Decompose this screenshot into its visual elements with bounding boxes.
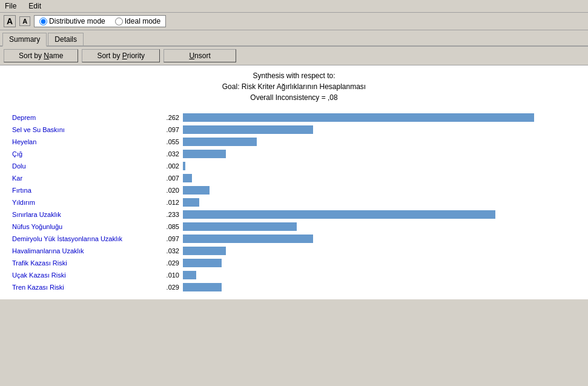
row-bar <box>183 283 222 291</box>
chart-row: Yıldırım.012 <box>12 198 576 207</box>
unsort-label: Unsort <box>189 52 210 60</box>
menu-edit[interactable]: Edit <box>26 1 44 11</box>
row-bar <box>183 210 495 219</box>
sort-by-priority-label: Sort by Priority <box>97 52 145 60</box>
row-bar <box>183 138 257 146</box>
row-bar-container <box>183 235 576 243</box>
tab-details-label: Details <box>55 35 77 44</box>
row-label[interactable]: Uçak Kazası Riski <box>12 271 157 279</box>
row-label[interactable]: Yıldırım <box>12 199 157 206</box>
row-value: .032 <box>157 150 183 158</box>
chart-row: Nüfus Yoğunluğu.085 <box>12 222 576 231</box>
row-value: .085 <box>157 223 183 230</box>
synthesis-line2: Goal: Risk Kriter Ağırlıklarının Hesapla… <box>6 81 582 92</box>
menu-bar: File Edit <box>0 0 588 13</box>
row-bar-container <box>183 259 576 267</box>
ideal-mode-text: Ideal mode <box>125 17 160 25</box>
menu-file[interactable]: File <box>2 1 19 11</box>
tab-summary-label: Summary <box>9 35 40 44</box>
row-bar <box>183 247 226 255</box>
font-increase-button[interactable]: A <box>4 15 16 27</box>
row-bar-container <box>183 162 576 170</box>
row-value: .029 <box>157 259 183 267</box>
row-value: .032 <box>157 247 183 255</box>
row-bar-container <box>183 113 576 122</box>
distributive-mode-label[interactable]: Distributive mode <box>39 17 105 25</box>
row-bar-container <box>183 283 576 291</box>
row-label[interactable]: Çığ <box>12 150 157 158</box>
row-value: .233 <box>157 211 183 218</box>
row-value: .055 <box>157 138 183 145</box>
ideal-mode-radio[interactable] <box>115 18 123 25</box>
row-value: .097 <box>157 126 183 133</box>
row-bar-container <box>183 210 576 219</box>
row-bar <box>183 174 192 182</box>
row-bar-container <box>183 150 576 158</box>
row-label[interactable]: Sel ve Su Baskını <box>12 126 157 133</box>
row-value: .020 <box>157 187 183 194</box>
chart-row: Havalimanlarına Uzaklık.032 <box>12 246 576 256</box>
row-value: .012 <box>157 199 183 206</box>
row-bar-container <box>183 198 576 207</box>
row-bar-container <box>183 271 576 279</box>
font-decrease-button[interactable]: A <box>19 16 30 26</box>
ideal-mode-label[interactable]: Ideal mode <box>115 17 160 25</box>
synthesis-header: Synthesis with respect to: Goal: Risk Kr… <box>6 70 582 103</box>
tab-summary[interactable]: Summary <box>2 33 47 47</box>
row-label[interactable]: Trafik Kazası Riski <box>12 259 157 267</box>
row-bar-container <box>183 174 576 182</box>
row-bar <box>183 113 534 122</box>
row-bar <box>183 162 185 170</box>
chart-row: Demiryolu Yük İstasyonlarına Uzaklık.097 <box>12 234 576 244</box>
sort-by-priority-button[interactable]: Sort by Priority <box>82 49 160 62</box>
chart-row: Dolu.002 <box>12 161 576 171</box>
row-label[interactable]: Demiryolu Yük İstasyonlarına Uzaklık <box>12 235 157 242</box>
chart-row: Çığ.032 <box>12 149 576 159</box>
row-label[interactable]: Fırtına <box>12 187 157 194</box>
row-bar <box>183 150 226 158</box>
row-bar-container <box>183 222 576 231</box>
chart-row: Trafik Kazası Riski.029 <box>12 258 576 268</box>
row-value: .007 <box>157 175 183 182</box>
row-value: .097 <box>157 235 183 242</box>
chart-row: Heyelan.055 <box>12 137 576 147</box>
row-value: .262 <box>157 114 183 121</box>
row-bar <box>183 198 199 207</box>
toolbar: A A Distributive mode Ideal mode <box>0 13 588 30</box>
chart-row: Deprem.262 <box>12 113 576 122</box>
row-label[interactable]: Sınırlara Uzaklık <box>12 211 157 218</box>
row-bar <box>183 259 222 267</box>
row-bar <box>183 222 297 231</box>
row-label[interactable]: Tren Kazası Riski <box>12 284 157 291</box>
row-label[interactable]: Deprem <box>12 114 157 121</box>
row-bar <box>183 271 196 279</box>
row-value: .029 <box>157 284 183 291</box>
distributive-mode-text: Distributive mode <box>49 17 105 25</box>
row-bar-container <box>183 186 576 195</box>
tab-details[interactable]: Details <box>48 33 84 45</box>
mode-group: Distributive mode Ideal mode <box>34 15 166 27</box>
row-bar-container <box>183 125 576 134</box>
row-label[interactable]: Nüfus Yoğunluğu <box>12 223 157 230</box>
row-bar <box>183 125 313 134</box>
row-label[interactable]: Dolu <box>12 162 157 170</box>
sort-by-name-label: Sort by Name <box>19 52 63 60</box>
chart-area: Deprem.262Sel ve Su Baskını.097Heyelan.0… <box>6 113 582 292</box>
chart-row: Sel ve Su Baskını.097 <box>12 125 576 135</box>
row-bar <box>183 235 313 243</box>
synthesis-line3: Overall Inconsistency = ,08 <box>6 92 582 103</box>
row-label[interactable]: Kar <box>12 175 157 182</box>
main-content: Synthesis with respect to: Goal: Risk Kr… <box>0 65 588 299</box>
row-label[interactable]: Heyelan <box>12 138 157 145</box>
row-bar-container <box>183 138 576 146</box>
distributive-mode-radio[interactable] <box>39 18 47 25</box>
sort-by-name-button[interactable]: Sort by Name <box>4 49 78 62</box>
row-bar <box>183 186 210 195</box>
row-bar-container <box>183 247 576 255</box>
unsort-button[interactable]: Unsort <box>164 49 236 62</box>
tabs-bar: Summary Details <box>0 30 588 47</box>
chart-row: Uçak Kazası Riski.010 <box>12 270 576 280</box>
chart-row: Sınırlara Uzaklık.233 <box>12 210 576 219</box>
chart-row: Tren Kazası Riski.029 <box>12 282 576 292</box>
row-label[interactable]: Havalimanlarına Uzaklık <box>12 247 157 255</box>
